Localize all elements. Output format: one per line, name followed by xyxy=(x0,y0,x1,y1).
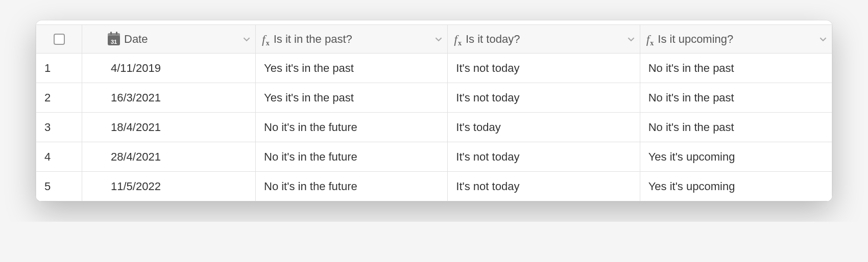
header-past[interactable]: fx Is it in the past? xyxy=(256,25,448,54)
cell-upcoming[interactable]: Yes it's upcoming xyxy=(640,172,832,201)
cell-date[interactable]: 16/3/2021 xyxy=(82,83,256,113)
chevron-down-icon[interactable] xyxy=(435,36,442,43)
cell-upcoming[interactable]: No it's in the past xyxy=(640,113,832,142)
row-number: 5 xyxy=(36,172,82,201)
formula-icon: fx xyxy=(262,33,270,45)
row-number: 3 xyxy=(36,113,82,142)
chevron-down-icon[interactable] xyxy=(819,36,827,43)
cell-today[interactable]: It's not today xyxy=(448,172,640,201)
cell-today[interactable]: It's not today xyxy=(448,83,640,113)
table-row[interactable]: 4 28/4/2021 No it's in the future It's n… xyxy=(36,142,832,172)
table-row[interactable]: 3 18/4/2021 No it's in the future It's t… xyxy=(36,113,832,142)
cell-upcoming[interactable]: No it's in the past xyxy=(640,83,832,113)
table-row[interactable]: 2 16/3/2021 Yes it's in the past It's no… xyxy=(36,83,832,113)
cell-today[interactable]: It's not today xyxy=(448,142,640,172)
cell-upcoming[interactable]: Yes it's upcoming xyxy=(640,142,832,172)
cell-upcoming[interactable]: No it's in the past xyxy=(640,54,832,83)
chevron-down-icon[interactable] xyxy=(243,36,250,43)
data-table: 31 Date fx Is it in the past? xyxy=(36,24,832,201)
row-number: 1 xyxy=(36,54,82,83)
row-number: 4 xyxy=(36,142,82,172)
header-today[interactable]: fx Is it today? xyxy=(448,25,640,54)
chevron-down-icon[interactable] xyxy=(628,36,635,43)
header-upcoming[interactable]: fx Is it upcoming? xyxy=(640,25,832,54)
cell-date[interactable]: 11/5/2022 xyxy=(82,172,256,201)
calendar-icon: 31 xyxy=(108,33,120,45)
cell-date[interactable]: 28/4/2021 xyxy=(82,142,256,172)
table-window: 31 Date fx Is it in the past? xyxy=(36,20,832,201)
cell-past[interactable]: No it's in the future xyxy=(256,113,448,142)
cell-today[interactable]: It's today xyxy=(448,113,640,142)
cell-past[interactable]: No it's in the future xyxy=(256,142,448,172)
table-row[interactable]: 1 4/11/2019 Yes it's in the past It's no… xyxy=(36,54,832,83)
row-number: 2 xyxy=(36,83,82,113)
header-date-label: Date xyxy=(124,33,148,46)
cell-past[interactable]: No it's in the future xyxy=(256,172,448,201)
cell-date[interactable]: 18/4/2021 xyxy=(82,113,256,142)
header-today-label: Is it today? xyxy=(466,33,520,46)
header-date[interactable]: 31 Date xyxy=(82,25,256,54)
select-all-checkbox[interactable] xyxy=(54,34,65,45)
cell-date[interactable]: 4/11/2019 xyxy=(82,54,256,83)
cell-past[interactable]: Yes it's in the past xyxy=(256,83,448,113)
header-checkbox-cell[interactable] xyxy=(36,25,82,54)
formula-icon: fx xyxy=(646,33,654,45)
formula-icon: fx xyxy=(454,33,462,45)
cell-past[interactable]: Yes it's in the past xyxy=(256,54,448,83)
cell-today[interactable]: It's not today xyxy=(448,54,640,83)
table-header-row: 31 Date fx Is it in the past? xyxy=(36,25,832,54)
header-upcoming-label: Is it upcoming? xyxy=(658,33,733,46)
table-row[interactable]: 5 11/5/2022 No it's in the future It's n… xyxy=(36,172,832,201)
header-past-label: Is it in the past? xyxy=(274,33,352,46)
